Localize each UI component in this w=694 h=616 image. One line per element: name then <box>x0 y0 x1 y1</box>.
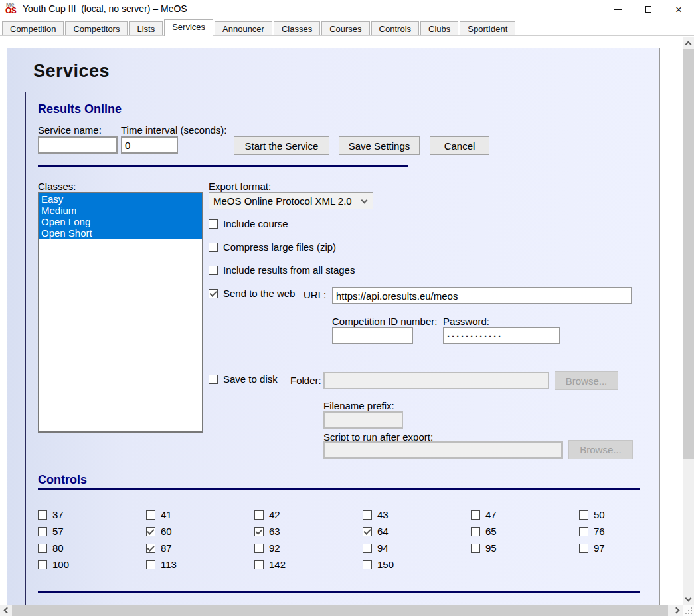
control-checkbox-37[interactable] <box>38 510 47 520</box>
compress-checkbox[interactable] <box>209 243 218 252</box>
url-label: URL: <box>304 289 326 300</box>
tab-competition[interactable]: Competition <box>2 21 64 35</box>
control-checkbox-100[interactable] <box>38 560 47 569</box>
control-checkbox-65[interactable] <box>471 527 480 536</box>
all-stages-row: Include results from all stages <box>209 264 355 276</box>
cancel-button[interactable]: Cancel <box>430 136 489 155</box>
competition-id-label: Competition ID number: <box>332 316 437 327</box>
vertical-scrollbar[interactable] <box>683 37 694 605</box>
control-cell-150: 150 <box>363 556 471 573</box>
control-label: 87 <box>161 542 172 554</box>
close-icon: × <box>675 4 682 15</box>
control-label: 97 <box>594 542 605 554</box>
control-checkbox-47[interactable] <box>471 510 480 520</box>
class-list-item[interactable]: Easy <box>39 193 202 205</box>
control-checkbox-142[interactable] <box>254 560 264 569</box>
control-checkbox-60[interactable] <box>146 527 155 536</box>
control-label: 94 <box>377 542 389 554</box>
control-checkbox-42[interactable] <box>254 510 264 520</box>
export-format-select[interactable]: MeOS Online Protocol XML 2.0 <box>209 192 373 209</box>
service-name-label: Service name: <box>38 124 102 136</box>
scroll-down-button[interactable] <box>683 593 694 605</box>
start-service-button[interactable]: Start the Service <box>234 136 329 155</box>
tab-controls[interactable]: Controls <box>371 21 419 35</box>
control-label: 43 <box>377 509 389 520</box>
control-cell-64: 64 <box>363 523 471 540</box>
chevron-right-icon <box>673 607 679 614</box>
tab-announcer[interactable]: Announcer <box>215 21 272 35</box>
include-course-checkbox[interactable] <box>209 219 218 229</box>
browse-folder-button[interactable]: Browse... <box>555 371 618 390</box>
tab-competitors[interactable]: Competitors <box>65 21 128 35</box>
class-list-item[interactable]: Open Short <box>39 227 202 239</box>
save-settings-button[interactable]: Save Settings <box>339 136 420 155</box>
window-title: Youth Cup III (local, no server) – MeOS <box>23 3 187 14</box>
tab-sportident[interactable]: SportIdent <box>460 21 515 35</box>
meos-app-icon: Me OS <box>5 2 20 17</box>
classes-listbox[interactable]: EasyMediumOpen LongOpen Short <box>38 192 203 433</box>
minimize-icon <box>614 9 622 10</box>
resize-grip[interactable] <box>683 605 694 616</box>
all-stages-label: Include results from all stages <box>223 264 355 276</box>
control-checkbox-95[interactable] <box>471 544 480 553</box>
compress-label: Compress large files (zip) <box>223 241 336 253</box>
url-input[interactable]: https://api.oresults.eu/meos <box>332 287 632 304</box>
controls-checkbox-grid: 3741424347505760636465768087929495971001… <box>38 506 660 573</box>
tab-services[interactable]: Services <box>164 19 213 36</box>
results-online-heading: Results Online <box>38 102 122 116</box>
browse-script-button[interactable]: Browse... <box>568 440 633 459</box>
class-list-item[interactable]: Medium <box>39 205 202 216</box>
password-input[interactable]: ············ <box>443 327 560 344</box>
control-label: 57 <box>52 526 64 537</box>
send-web-checkbox[interactable] <box>209 289 218 298</box>
all-stages-checkbox[interactable] <box>209 266 218 275</box>
competition-id-input[interactable] <box>332 327 413 344</box>
tab-lists[interactable]: Lists <box>129 21 163 35</box>
control-checkbox-113[interactable] <box>146 560 155 569</box>
tab-bar: CompetitionCompetitorsListsServicesAnnou… <box>0 19 694 36</box>
control-checkbox-50[interactable] <box>579 510 588 520</box>
control-checkbox-94[interactable] <box>363 544 372 553</box>
horizontal-scrollbar-thumb[interactable] <box>12 605 668 616</box>
filename-prefix-input[interactable] <box>323 411 403 429</box>
minimize-button[interactable] <box>602 0 633 19</box>
vertical-scrollbar-thumb[interactable] <box>683 49 694 459</box>
tab-courses[interactable]: Courses <box>321 21 369 35</box>
tab-classes[interactable]: Classes <box>274 21 320 35</box>
title-bar: Me OS Youth Cup III (local, no server) –… <box>0 0 694 19</box>
control-checkbox-76[interactable] <box>579 527 588 536</box>
control-label: 64 <box>377 526 389 537</box>
tab-clubs[interactable]: Clubs <box>420 21 458 35</box>
maximize-button[interactable] <box>633 0 663 19</box>
control-label: 150 <box>377 559 394 570</box>
service-name-input[interactable] <box>38 136 118 154</box>
folder-input[interactable] <box>323 372 549 389</box>
control-label: 80 <box>52 542 64 554</box>
control-cell-37: 37 <box>38 506 146 523</box>
horizontal-scrollbar[interactable] <box>0 605 683 616</box>
control-checkbox-92[interactable] <box>254 544 264 553</box>
control-label: 95 <box>485 542 497 554</box>
control-checkbox-64[interactable] <box>363 527 372 536</box>
control-checkbox-150[interactable] <box>363 560 372 569</box>
separator-rule <box>38 165 408 167</box>
control-cell-113: 113 <box>146 556 254 573</box>
scroll-right-button[interactable] <box>671 605 683 616</box>
control-checkbox-97[interactable] <box>579 544 588 553</box>
scroll-left-button[interactable] <box>0 605 11 616</box>
export-format-label: Export format: <box>209 181 271 192</box>
control-checkbox-41[interactable] <box>146 510 155 520</box>
control-checkbox-87[interactable] <box>146 544 155 553</box>
control-checkbox-43[interactable] <box>363 510 372 520</box>
control-checkbox-63[interactable] <box>254 527 264 536</box>
control-checkbox-57[interactable] <box>38 527 47 536</box>
time-interval-label: Time interval (seconds): <box>121 124 227 136</box>
control-cell-142: 142 <box>254 556 363 573</box>
save-disk-checkbox[interactable] <box>209 375 218 384</box>
script-input[interactable] <box>323 441 563 459</box>
close-button[interactable]: × <box>663 0 694 19</box>
control-checkbox-80[interactable] <box>38 544 47 553</box>
class-list-item[interactable]: Open Long <box>39 216 202 227</box>
scroll-up-button[interactable] <box>683 37 694 49</box>
time-interval-input[interactable]: 0 <box>121 136 178 154</box>
